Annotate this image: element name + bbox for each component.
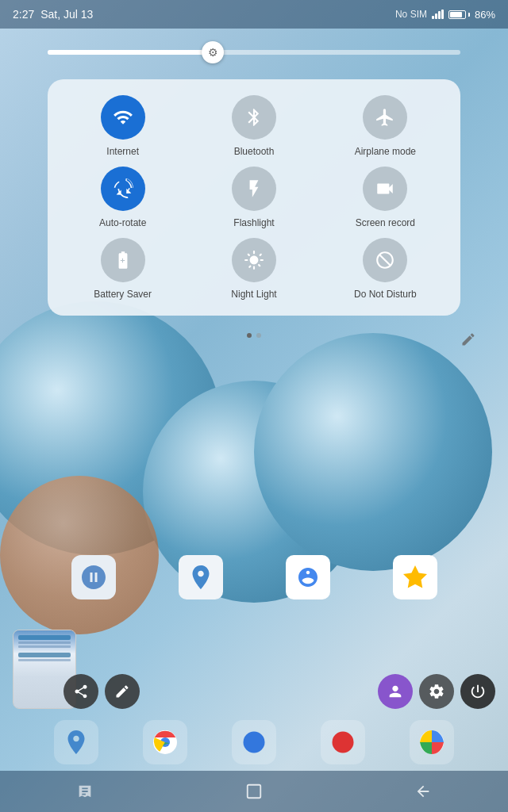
tile-bluetooth[interactable]: Bluetooth [191, 95, 316, 157]
signal-bar-3 [438, 11, 441, 19]
blue-app-icon [240, 728, 268, 756]
screenshot-preview-bar-2 [18, 653, 71, 657]
tile-autorotate[interactable]: Auto-rotate [60, 167, 185, 228]
signal-bar-4 [441, 10, 444, 19]
app-icon-2[interactable] [179, 555, 223, 599]
dock-icon-1[interactable] [54, 720, 98, 764]
donotdisturb-icon [375, 250, 395, 270]
navigation-bar [0, 771, 508, 812]
power-button[interactable] [460, 674, 495, 709]
tile-screenrecord[interactable]: Screen record [323, 167, 448, 228]
quick-settings-grid: Internet Bluetooth Airplane mode [60, 95, 448, 300]
edit-screenshot-button[interactable] [105, 674, 140, 709]
signal-bar-1 [432, 16, 434, 19]
battery-body [448, 10, 466, 19]
tile-batterysaver[interactable]: Battery Saver [60, 238, 185, 300]
donotdisturb-label: Do Not Disturb [354, 289, 417, 300]
bluetooth-icon-circle [232, 95, 276, 140]
decorative-sphere-3 [254, 333, 492, 571]
bluetooth-label: Bluetooth [234, 146, 275, 157]
share-screenshot-button[interactable] [64, 674, 98, 709]
system-buttons [378, 674, 495, 709]
power-icon [469, 683, 487, 700]
profile-button[interactable] [378, 674, 413, 709]
app-1-icon [79, 563, 108, 592]
nightlight-icon [244, 250, 264, 270]
tile-internet[interactable]: Internet [60, 95, 185, 157]
share-icon [73, 684, 89, 699]
tile-donotdisturb[interactable]: Do Not Disturb [323, 238, 448, 300]
screenrecord-icon [375, 178, 395, 199]
app-2-icon [187, 563, 215, 592]
svg-point-4 [333, 732, 354, 753]
recents-icon [76, 783, 94, 800]
screenshot-action-buttons [64, 674, 140, 709]
screenrecord-label: Screen record [356, 217, 415, 228]
no-sim-label: No SIM [395, 9, 427, 20]
bluetooth-icon [244, 107, 264, 128]
settings-button[interactable] [419, 674, 454, 709]
page-dot-1 [247, 333, 252, 338]
battery-tip [468, 13, 470, 17]
signal-icon [432, 10, 444, 19]
screenshot-preview-line-3 [18, 659, 71, 661]
page-indicators [247, 333, 261, 338]
tile-flashlight[interactable]: Flashlight [191, 167, 316, 228]
tile-nightlight[interactable]: Night Light [191, 238, 316, 300]
flashlight-label: Flashlight [233, 217, 274, 228]
battery-icon [448, 10, 470, 19]
app-icon-3[interactable] [286, 555, 330, 599]
airplane-icon-circle [363, 95, 407, 140]
clock: 2:27 [13, 8, 34, 21]
brightness-track[interactable]: ⚙ [48, 50, 460, 55]
brightness-thumb[interactable]: ⚙ [202, 41, 224, 63]
dock-icon-3[interactable] [232, 720, 276, 764]
dock [0, 720, 508, 764]
dock-icon-5[interactable] [410, 720, 454, 764]
svg-rect-6 [248, 785, 261, 799]
batterysaver-label: Battery Saver [94, 289, 152, 300]
red-app-icon [329, 728, 357, 756]
donotdisturb-icon-circle [363, 238, 407, 282]
multicolor-icon [418, 728, 446, 756]
dock-icon-4[interactable] [321, 720, 365, 764]
battery-saver-icon [113, 250, 133, 270]
settings-gear-icon [428, 683, 445, 700]
battery-percent: 86% [475, 9, 495, 21]
screenshot-preview-line-1 [18, 642, 71, 644]
page-dot-2 [256, 333, 261, 338]
autorotate-label: Auto-rotate [99, 217, 146, 228]
signal-bar-2 [435, 13, 437, 19]
batterysaver-icon-circle [101, 238, 145, 282]
edit-pencil-icon [114, 684, 130, 699]
status-left: 2:27 Sat, Jul 13 [13, 8, 93, 21]
home-apps-row [0, 555, 508, 599]
svg-point-3 [244, 732, 265, 753]
internet-icon-circle [101, 95, 145, 140]
nightlight-label: Night Light [231, 289, 276, 300]
tile-airplane[interactable]: Airplane mode [323, 95, 448, 157]
status-right: No SIM 86% [395, 9, 495, 21]
screenshot-preview-line-2 [18, 645, 71, 648]
screenrecord-icon-circle [363, 167, 407, 211]
app-icon-4[interactable] [393, 555, 437, 599]
recents-nav-button[interactable] [67, 774, 102, 809]
battery-fill [450, 12, 462, 17]
airplane-label: Airplane mode [355, 146, 416, 157]
airplane-icon [375, 107, 395, 128]
back-nav-button[interactable] [406, 774, 441, 809]
app-icon-1[interactable] [71, 555, 116, 599]
brightness-slider[interactable]: ⚙ [48, 38, 460, 67]
dock-icon-2[interactable] [143, 720, 187, 764]
nightlight-icon-circle [232, 238, 276, 282]
profile-icon [387, 683, 404, 700]
home-nav-button[interactable] [237, 774, 271, 809]
home-icon [245, 783, 263, 800]
flashlight-icon-circle [232, 167, 276, 211]
edit-homescreen-icon[interactable] [460, 331, 476, 351]
brightness-fill [48, 50, 213, 55]
internet-label: Internet [106, 146, 139, 157]
autorotate-icon [113, 178, 133, 199]
back-icon [414, 783, 432, 800]
app-3-icon [294, 563, 322, 592]
